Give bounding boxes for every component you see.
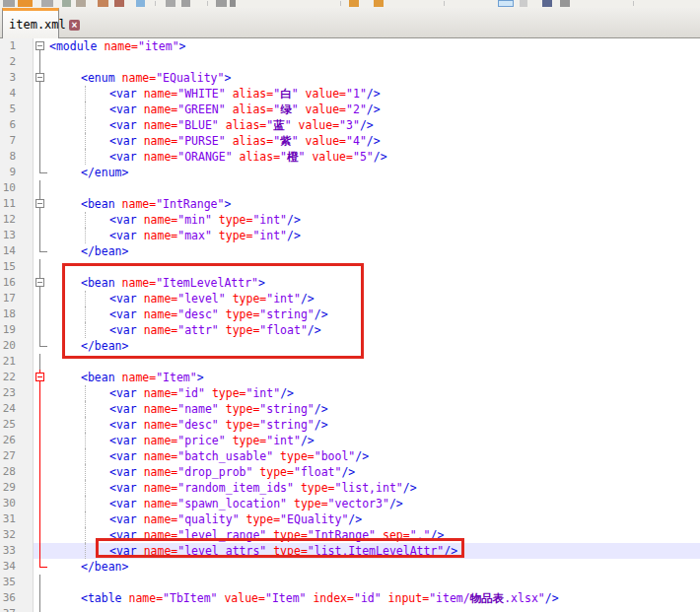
toolbar-icon-sliver[interactable] [181, 0, 190, 7]
line-number: 31 [0, 511, 34, 527]
fold-collapse-icon[interactable] [34, 70, 47, 86]
token-t: <table [81, 591, 128, 605]
token-t: /> [341, 465, 355, 479]
token-a: type= [226, 434, 267, 447]
code-line[interactable]: <var name="level_attrs" type="list,ItemL… [47, 543, 700, 559]
code-line[interactable]: <var name="ORANGE" alias="橙" value="5"/> [47, 149, 700, 165]
toolbar-icon-sliver[interactable] [166, 0, 175, 7]
token-a: value= [299, 87, 346, 101]
token-t: /> [301, 434, 315, 447]
toolbar-icon-sliver[interactable] [498, 0, 514, 7]
token-a: name= [144, 512, 178, 526]
code-line[interactable] [47, 180, 700, 196]
code-line[interactable] [47, 54, 700, 70]
code-line[interactable]: <bean name="Item"> [47, 370, 700, 385]
code-line[interactable]: <enum name="EQuality"> [47, 70, 700, 86]
toolbar-icon-sliver[interactable] [520, 0, 527, 7]
code-line[interactable] [47, 354, 700, 370]
code-line[interactable]: <var name="level" type="int"/> [47, 291, 700, 306]
code-line[interactable]: <var name="drop_prob" type="float"/> [47, 464, 700, 480]
toolbar-icon-sliver[interactable] [216, 0, 227, 7]
code-line[interactable]: <var name="WHITE" alias="白" value="1"/> [47, 86, 700, 102]
code-line[interactable]: </bean> [47, 559, 700, 575]
code-line[interactable]: <var name="price" type="int"/> [47, 433, 700, 448]
code-line[interactable]: </bean> [47, 338, 700, 354]
fold-collapse-icon[interactable] [34, 196, 47, 212]
token-t: <var [109, 528, 144, 542]
toolbar-strip[interactable] [0, 0, 700, 8]
toolbar-icon-sliver[interactable] [114, 0, 124, 7]
toolbar-icon-sliver[interactable] [230, 0, 236, 7]
code-row-10: 10 [0, 180, 700, 196]
line-number: 14 [0, 243, 34, 259]
token-a: value= [292, 118, 339, 132]
token-c: 绿 [280, 102, 292, 116]
code-line[interactable]: <var name="attr" type="float"/> [47, 322, 700, 338]
code-line[interactable]: <var name="min" type="int"/> [47, 212, 700, 228]
token-s: "item/ [429, 591, 470, 605]
toolbar-icon-sliver[interactable] [41, 0, 53, 7]
token-a: name= [122, 71, 157, 85]
toolbar-icon-sliver[interactable] [98, 0, 108, 7]
code-line[interactable]: <module name="item"> [47, 38, 700, 54]
code-editor[interactable]: 1<module name="item">23<enum name="EQual… [0, 38, 700, 612]
code-line[interactable]: </bean> [47, 243, 700, 259]
fold-margin [34, 527, 47, 543]
code-line[interactable]: <var name="name" type="string"/> [47, 401, 700, 417]
toolbar-icon-sliver[interactable] [76, 0, 86, 7]
toolbar-icon-sliver[interactable] [136, 0, 145, 7]
token-s: "price" [177, 434, 225, 447]
fold-collapse-icon[interactable] [34, 38, 47, 54]
code-line[interactable]: <var name="level_range" type="IntRange" … [47, 527, 700, 543]
token-t: > [197, 371, 204, 384]
toolbar-icon-sliver[interactable] [349, 0, 359, 7]
fold-collapse-icon[interactable] [34, 275, 47, 291]
code-line[interactable] [47, 259, 700, 275]
tab-item-xml[interactable]: item.xml × [2, 8, 59, 38]
code-line[interactable]: <bean name="ItemLevelAttr"> [47, 275, 700, 291]
token-a: value= [305, 150, 352, 164]
toolbar-icon-sliver[interactable] [18, 0, 33, 7]
code-line[interactable]: <bean name="IntRange"> [47, 196, 700, 212]
fold-margin [34, 496, 47, 511]
code-line[interactable]: <var name="BLUE" alias="蓝" value="3"/> [47, 117, 700, 133]
token-t: </bean> [81, 244, 128, 258]
code-line[interactable]: <var name="GREEN" alias="绿" value="2"/> [47, 102, 700, 117]
code-line[interactable] [47, 606, 700, 612]
toolbar-icon-sliver[interactable] [3, 0, 15, 7]
token-t: > [224, 197, 231, 211]
line-number: 26 [0, 433, 34, 448]
token-t: <var [109, 449, 144, 463]
toolbar-icon-sliver[interactable] [374, 0, 384, 7]
code-line[interactable]: <var name="max" type="int"/> [47, 228, 700, 243]
fold-collapse-icon[interactable] [34, 370, 47, 385]
toolbar-icon-sliver[interactable] [542, 0, 552, 7]
token-t: <var [109, 150, 144, 164]
code-line[interactable]: <var name="batch_usable" type="bool"/> [47, 448, 700, 464]
code-row-11: 11<bean name="IntRange"> [0, 196, 700, 212]
token-t: <var [109, 481, 144, 495]
line-number: 35 [0, 575, 34, 590]
code-line[interactable]: <var name="desc" type="string"/> [47, 306, 700, 322]
fold-margin [34, 354, 47, 370]
code-line[interactable]: <var name="id" type="int"/> [47, 385, 700, 401]
token-a: alias= [226, 134, 273, 148]
token-t: /> [355, 449, 369, 463]
code-line[interactable]: <var name="spawn_location" type="vector3… [47, 496, 700, 511]
code-line[interactable]: <var name="PURSE" alias="紫" value="4"/> [47, 133, 700, 149]
toolbar-icon-sliver[interactable] [560, 0, 570, 7]
token-s: "level_range" [177, 528, 266, 542]
token-s: " [292, 87, 299, 101]
toolbar-icon-sliver[interactable] [62, 0, 71, 7]
code-line[interactable] [47, 575, 700, 590]
code-line[interactable]: <table name="TbItem" value="Item" index=… [47, 590, 700, 606]
code-line[interactable]: <var name="desc" type="string"/> [47, 417, 700, 433]
code-line[interactable]: </enum> [47, 165, 700, 180]
code-line[interactable]: <var name="random_item_ids" type="list,i… [47, 480, 700, 496]
token-t: <var [109, 213, 144, 227]
token-t: /> [403, 481, 417, 495]
token-t: </bean> [81, 339, 128, 353]
tab-close-icon[interactable]: × [69, 20, 80, 31]
token-a: name= [144, 497, 178, 510]
code-line[interactable]: <var name="quality" type="EQuality"/> [47, 511, 700, 527]
